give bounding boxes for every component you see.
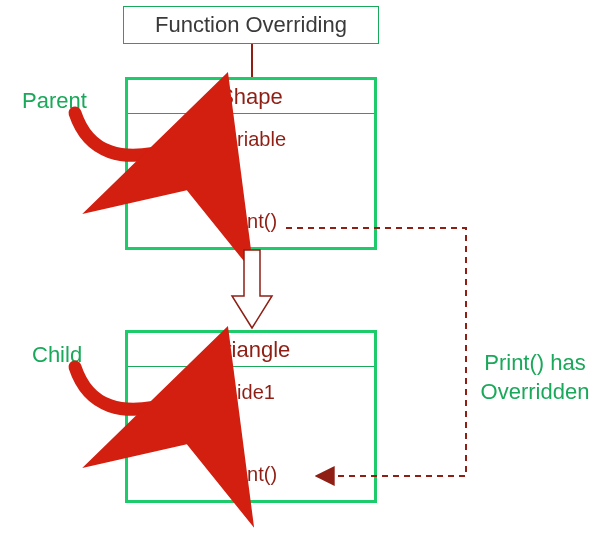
- parent-variable: variable: [128, 114, 374, 151]
- diagram-title: Function Overriding: [155, 12, 347, 38]
- parent-class-name: Shape: [128, 80, 374, 114]
- parent-method: print(): [128, 210, 374, 233]
- inheritance-arrow-icon: [222, 250, 282, 330]
- child-class-name: Triangle: [128, 333, 374, 367]
- overridden-annotation: Print() has Overridden: [480, 349, 590, 406]
- child-class-box: Triangle side1 print(): [125, 330, 377, 503]
- title-to-parent-line: [249, 44, 255, 77]
- parent-label: Parent: [22, 88, 87, 114]
- child-variable: side1: [128, 367, 374, 404]
- svg-marker-1: [232, 250, 272, 328]
- child-method: print(): [128, 463, 374, 486]
- parent-class-box: Shape variable print(): [125, 77, 377, 250]
- child-label: Child: [32, 342, 82, 368]
- title-box: Function Overriding: [123, 6, 379, 44]
